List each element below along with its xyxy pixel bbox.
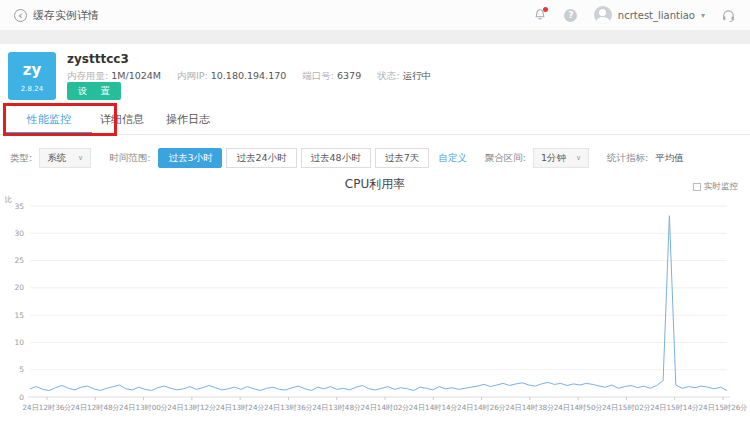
metric-label: 统计指标:	[607, 152, 648, 165]
instance-tile: zy 2.8.24	[8, 52, 56, 100]
top-bar: ‹ 缓存实例详情 ? ncrtest_liantiao ▾	[0, 0, 750, 30]
x-tick-label: 24日12时36分	[23, 403, 72, 412]
y-tick-label: 20	[14, 283, 24, 292]
tab-performance-monitoring[interactable]: 性能监控	[6, 107, 92, 134]
field-status: 状态:运行中	[377, 70, 431, 83]
y-tick-label: 0	[19, 393, 24, 402]
back-icon: ‹	[14, 9, 27, 22]
y-tick-label: 5	[19, 365, 24, 374]
notifications-button[interactable]	[532, 7, 548, 23]
y-tick-label: 30	[14, 229, 24, 238]
type-select[interactable]: 系统 ∨	[39, 148, 91, 168]
time-range-label: 时间范围:	[109, 152, 150, 165]
user-menu[interactable]: ncrtest_liantiao ▾	[594, 6, 705, 24]
aggregation-select[interactable]: 1分钟 ∨	[533, 148, 589, 168]
avatar	[594, 6, 612, 24]
realtime-label: 实时监控	[704, 181, 738, 193]
divider-strip	[0, 30, 750, 44]
field-internal-ip: 内网IP:10.180.194.170	[177, 70, 286, 83]
y-tick-label: 15	[14, 311, 24, 320]
instance-detail-panel: zy 2.8.24 zystttcc3 内存用量:1M/1024M 内网IP:1…	[0, 44, 750, 436]
x-tick-label: 24日15时02分	[602, 403, 651, 412]
tab-operation-log[interactable]: 操作日志	[158, 107, 218, 134]
headset-icon	[721, 8, 736, 23]
chevron-down-icon: ∨	[78, 154, 83, 162]
metric-value: 平均值	[655, 152, 684, 165]
cpu-line-series	[30, 216, 727, 391]
x-tick-label: 24日14时02分	[361, 403, 410, 412]
custom-range-link[interactable]: 自定义	[438, 152, 467, 165]
chevron-down-icon: ▾	[701, 11, 705, 20]
chevron-down-icon: ∨	[576, 154, 581, 162]
range-past-48h-button[interactable]: 过去48小时	[301, 148, 371, 168]
aggregation-label: 聚合区间:	[485, 152, 526, 165]
instance-name: zystttcc3	[67, 52, 129, 66]
x-tick-label: 24日13时48分	[312, 403, 361, 412]
realtime-checkbox[interactable]	[693, 183, 701, 191]
tab-detailed-info[interactable]: 详细信息	[92, 107, 152, 134]
x-tick-label: 24日13时12分	[167, 403, 216, 412]
type-label: 类型:	[10, 152, 32, 165]
realtime-monitoring-toggle[interactable]: 实时监控	[693, 181, 738, 193]
status-badge: 运行中	[402, 70, 431, 81]
y-tick-label: 35	[14, 202, 24, 211]
instance-fields: 内存用量:1M/1024M 内网IP:10.180.194.170 端口号:63…	[67, 70, 431, 83]
x-tick-label: 24日12时48分	[71, 403, 120, 412]
range-past-24h-button[interactable]: 过去24小时	[226, 148, 296, 168]
instance-version: 2.8.24	[8, 85, 56, 93]
help-icon: ?	[564, 9, 577, 22]
field-port: 端口号:6379	[302, 70, 361, 83]
page-title: 缓存实例详情	[33, 8, 99, 23]
y-tick-label: 25	[14, 256, 24, 265]
x-tick-label: 24日15时26分	[699, 403, 748, 412]
range-past-7d-button[interactable]: 过去7天	[375, 148, 430, 168]
back-button[interactable]: ‹ 缓存实例详情	[14, 8, 99, 23]
settings-button[interactable]: 设 置	[67, 82, 121, 100]
username: ncrtest_liantiao	[618, 10, 695, 21]
range-past-3h-button[interactable]: 过去3小时	[158, 148, 222, 168]
x-tick-label: 24日13时00分	[119, 403, 168, 412]
support-button[interactable]	[720, 7, 736, 23]
y-tick-label: 10	[14, 338, 24, 347]
chart-title: CPU利用率	[0, 176, 750, 193]
tab-bar: 性能监控 详细信息 操作日志	[0, 107, 750, 135]
y-axis-unit-label: 比	[5, 195, 13, 204]
x-tick-label: 24日13时36分	[264, 403, 313, 412]
notification-badge	[543, 7, 548, 12]
help-button[interactable]: ?	[563, 7, 579, 23]
x-tick-label: 24日14时50分	[554, 403, 603, 412]
x-tick-label: 24日14时26分	[457, 403, 506, 412]
filter-bar: 类型: 系统 ∨ 时间范围: 过去3小时 过去24小时 过去48小时 过去7天 …	[0, 147, 750, 169]
instance-tile-label: zy	[8, 61, 56, 79]
x-tick-label: 24日15时14分	[650, 403, 699, 412]
x-tick-label: 24日13时24分	[216, 403, 265, 412]
x-tick-label: 24日14时38分	[505, 403, 554, 412]
time-range-group: 过去3小时 过去24小时 过去48小时 过去7天	[158, 148, 429, 168]
cpu-utilization-chart: 05101520253035比24日12时36分24日12时48分24日13时0…	[0, 194, 750, 429]
x-tick-label: 24日14时14分	[409, 403, 458, 412]
